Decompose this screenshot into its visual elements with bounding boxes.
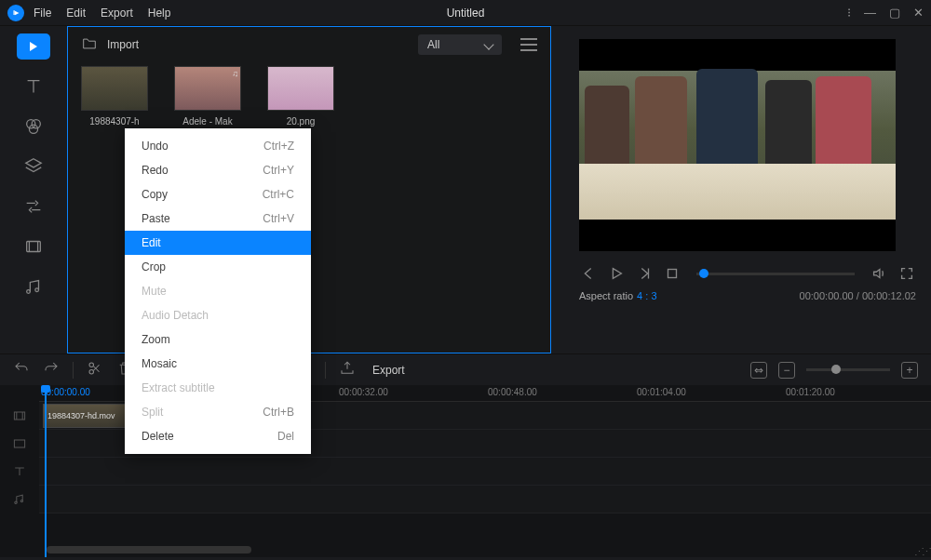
import-icon[interactable]	[81, 37, 98, 53]
window-title: Untitled	[447, 7, 485, 20]
resize-grip[interactable]: ⋰⋰	[914, 546, 929, 558]
more-icon[interactable]: ⁝	[847, 6, 851, 20]
svg-point-20	[15, 501, 17, 503]
playback-controls	[579, 251, 916, 287]
preview-info: Aspect ratio 4 : 3 00:00:00.00 / 00:00:1…	[579, 287, 916, 305]
context-menu-item: SplitCtrl+B	[125, 400, 311, 424]
context-menu-item[interactable]: UndoCtrl+Z	[125, 134, 311, 158]
text-track[interactable]	[39, 458, 931, 486]
prev-button[interactable]	[579, 264, 598, 283]
context-menu-item[interactable]: PasteCtrl+V	[125, 207, 311, 231]
volume-button[interactable]	[870, 264, 888, 283]
chevron-down-icon	[483, 39, 493, 49]
context-menu-item: Audio Detach	[125, 303, 311, 327]
preview-panel: Aspect ratio 4 : 3 00:00:00.00 / 00:00:1…	[551, 26, 931, 353]
context-menu-item[interactable]: RedoCtrl+Y	[125, 158, 311, 182]
filter-tool[interactable]	[23, 116, 44, 140]
window-controls: ⁝ — ▢ ✕	[847, 6, 924, 20]
media-thumbnails: 19884307-h ♫ Adele - Mak 20.png	[68, 62, 550, 127]
media-item[interactable]: 19884307-h	[81, 66, 148, 127]
audio-tool[interactable]	[23, 276, 44, 300]
context-menu: UndoCtrl+ZRedoCtrl+YCopyCtrl+CPasteCtrl+…	[125, 128, 311, 454]
overlay-tool[interactable]	[23, 156, 44, 180]
zoom-slider[interactable]	[806, 368, 890, 371]
play-icon	[30, 42, 37, 51]
context-menu-item[interactable]: CopyCtrl+C	[125, 182, 311, 207]
undo-button[interactable]	[13, 360, 30, 380]
main-menu: File Edit Export Help	[34, 7, 170, 20]
filter-select[interactable]: All	[418, 34, 502, 55]
preview-canvas[interactable]	[579, 39, 896, 251]
context-menu-item[interactable]: Zoom	[125, 327, 311, 352]
svg-rect-18	[14, 412, 24, 420]
menu-file[interactable]: File	[34, 7, 51, 20]
svg-point-2	[29, 125, 37, 133]
transition-tool[interactable]	[23, 196, 44, 220]
text-tool[interactable]	[23, 76, 44, 100]
menu-edit[interactable]: Edit	[66, 7, 86, 20]
stop-button[interactable]	[663, 264, 681, 283]
svg-point-7	[89, 363, 94, 367]
video-track-header[interactable]	[0, 402, 39, 430]
aspect-ratio-value[interactable]: 4 : 3	[637, 290, 656, 301]
context-menu-item[interactable]: Mosaic	[125, 352, 311, 376]
context-menu-item: Extract subtitle	[125, 376, 311, 400]
svg-point-8	[89, 370, 94, 375]
menu-help[interactable]: Help	[148, 7, 171, 20]
audio-track-header[interactable]	[0, 486, 39, 513]
app-icon: i▸	[7, 5, 24, 21]
fullscreen-button[interactable]	[897, 264, 916, 283]
svg-rect-6	[668, 270, 677, 278]
svg-rect-19	[14, 440, 24, 447]
svg-point-5	[35, 288, 39, 292]
export-button[interactable]: Export	[372, 364, 405, 377]
playhead[interactable]	[45, 385, 47, 557]
zoom-out-button[interactable]: −	[778, 362, 795, 379]
timeline-scrollbar[interactable]	[47, 546, 251, 553]
next-button[interactable]	[635, 264, 654, 283]
media-item[interactable]: 20.png	[267, 66, 334, 127]
redo-button[interactable]	[43, 360, 60, 380]
maximize-button[interactable]: ▢	[889, 6, 900, 20]
media-toolbar: Import All	[68, 27, 550, 62]
zoom-fit-button[interactable]: ⇔	[750, 362, 767, 379]
zoom-in-button[interactable]: +	[901, 362, 918, 379]
media-tab[interactable]	[17, 33, 50, 60]
svg-point-1	[32, 120, 40, 128]
context-menu-item[interactable]: DeleteDel	[125, 424, 311, 448]
context-menu-item[interactable]: Crop	[125, 255, 311, 279]
play-button[interactable]	[607, 264, 626, 283]
seek-bar[interactable]	[696, 273, 855, 275]
close-button[interactable]: ✕	[913, 6, 924, 20]
pip-track-header[interactable]	[0, 430, 39, 458]
svg-point-4	[27, 290, 31, 294]
element-tool[interactable]	[23, 236, 44, 260]
list-view-icon[interactable]	[520, 38, 537, 51]
audio-track[interactable]	[39, 486, 931, 513]
track-headers	[0, 385, 39, 557]
time-display: 00:00:00.00 / 00:00:12.02	[800, 290, 916, 301]
left-toolbar	[0, 26, 67, 353]
title-bar: i▸ File Edit Export Help Untitled ⁝ — ▢ …	[0, 0, 931, 26]
media-item[interactable]: ♫ Adele - Mak	[174, 66, 241, 127]
export-icon[interactable]	[339, 360, 356, 380]
minimize-button[interactable]: —	[864, 6, 876, 20]
context-menu-item: Mute	[125, 279, 311, 303]
svg-point-21	[20, 500, 22, 501]
split-button[interactable]	[87, 360, 103, 380]
menu-export[interactable]: Export	[101, 7, 133, 20]
context-menu-item[interactable]: Edit	[125, 231, 311, 255]
import-button[interactable]: Import	[107, 38, 139, 51]
text-track-header[interactable]	[0, 458, 39, 486]
